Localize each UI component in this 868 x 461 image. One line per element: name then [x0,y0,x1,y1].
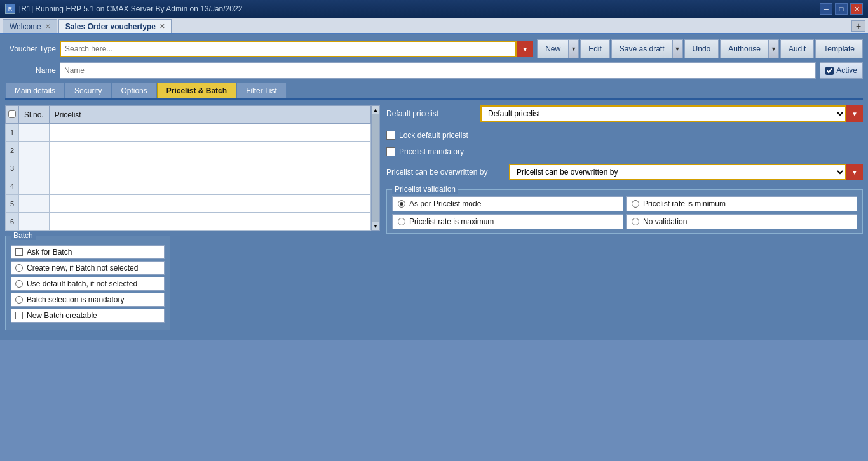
ask-for-batch-checkbox[interactable] [15,248,23,256]
pricelist-cell-1[interactable] [49,124,370,142]
new-button[interactable]: New [537,39,569,58]
maximize-button[interactable]: □ [835,3,848,15]
tab-sales-order-close[interactable]: ✕ [159,23,165,30]
new-batch-creatable-checkbox[interactable] [15,312,23,319]
authorise-dropdown-button[interactable]: ▼ [769,39,779,58]
batch-selection-mandatory-radio[interactable] [15,296,23,304]
overwritten-select[interactable]: Pricelist can be overwritten by [509,164,846,180]
scroll-track[interactable] [371,114,380,222]
tab-pricelist-batch[interactable]: Pricelist & Batch [157,83,236,98]
table-row: 4 [6,177,371,195]
sl-cell-2[interactable] [19,142,50,159]
template-button[interactable]: Template [815,39,863,58]
slno-header: Sl.no. [19,106,50,124]
tab-filter-list[interactable]: Filter List [236,83,287,98]
lock-default-pricelist-label: Lock default pricelist [399,131,468,140]
name-input[interactable] [60,62,816,79]
tab-options-label: Options [121,86,147,95]
lock-default-pricelist-row: Lock default pricelist [386,131,863,140]
validation-option-rate-minimum[interactable]: Pricelist rate is minimum [626,196,857,211]
tab-filter-list-label: Filter List [246,86,277,95]
pricelist-cell-5[interactable] [49,195,370,213]
tab-main-details[interactable]: Main details [5,83,65,98]
tab-sales-order[interactable]: Sales Order vouchertype ✕ [58,19,172,33]
batch-item-use-default[interactable]: Use default batch, if not selected [11,277,165,291]
as-per-mode-radio[interactable] [398,200,405,208]
tab-welcome-close[interactable]: ✕ [45,23,50,30]
tab-pricelist-batch-label: Pricelist & Batch [166,86,227,95]
default-pricelist-row: Default pricelist Default pricelist ▼ [386,105,863,122]
main-toolbar: New ▼ Edit Save as draft ▼ Undo Authoris… [537,39,863,58]
sl-cell-4[interactable] [19,177,50,195]
voucher-type-row: Voucher Type ▼ New ▼ Edit Save as draft … [5,39,863,58]
tab-security[interactable]: Security [65,83,111,98]
lock-default-pricelist-checkbox[interactable] [386,131,395,140]
titlebar-title: [R1] Running ERP 5.1 on CMAX Server By A… [19,4,242,13]
use-default-batch-radio[interactable] [15,280,23,288]
create-new-batch-label: Create new, if Batch not selected [27,264,138,272]
rate-minimum-radio[interactable] [632,200,639,208]
validation-option-as-per-mode[interactable]: As per Pricelist mode [392,196,623,211]
validation-grid: As per Pricelist mode Pricelist rate is … [392,196,857,229]
new-btn-group: New ▼ [537,39,579,58]
audit-button[interactable]: Audit [780,39,814,58]
scroll-up-button[interactable]: ▲ [371,105,380,114]
sl-cell-6[interactable] [19,213,50,230]
no-validation-radio[interactable] [632,218,639,225]
use-default-batch-label: Use default batch, if not selected [27,279,137,288]
add-tab-button[interactable]: + [851,20,865,32]
tab-options[interactable]: Options [111,83,156,98]
pricelist-cell-2[interactable] [49,142,370,159]
batch-item-ask[interactable]: Ask for Batch [11,245,165,259]
sl-cell-3[interactable] [19,159,50,177]
default-pricelist-dropdown-arrow[interactable]: ▼ [846,105,863,122]
edit-button[interactable]: Edit [580,39,610,58]
new-batch-creatable-label: New Batch creatable [27,311,97,320]
undo-button[interactable]: Undo [684,39,719,58]
window-controls: ─ □ ✕ [820,3,863,15]
select-all-checkbox[interactable] [8,110,16,118]
batch-item-new-creatable[interactable]: New Batch creatable [11,309,165,323]
table-wrapper: Sl.no. Pricelist 1 2 [5,105,380,230]
active-label: Active [836,66,857,75]
batch-item-selection-mandatory[interactable]: Batch selection is mandatory [11,293,165,307]
tab-welcome[interactable]: Welcome ✕ [3,19,57,33]
minimize-button[interactable]: ─ [820,3,832,15]
table-row: 1 [6,124,371,142]
row-num-6: 6 [6,213,19,230]
overwritten-dropdown-arrow[interactable]: ▼ [846,164,863,180]
tab-sales-order-label: Sales Order vouchertype [65,22,156,31]
voucher-type-search-input[interactable] [60,41,517,57]
authorise-button[interactable]: Authorise [720,39,769,58]
sl-cell-5[interactable] [19,195,50,213]
voucher-type-dropdown-arrow[interactable]: ▼ [517,41,533,57]
validation-option-no-validation[interactable]: No validation [626,214,857,229]
save-draft-dropdown-button[interactable]: ▼ [673,39,683,58]
row-num-2: 2 [6,142,19,159]
rate-maximum-radio[interactable] [398,218,405,225]
pricelist-validation-group: Pricelist validation As per Pricelist mo… [386,189,863,234]
sl-cell-1[interactable] [19,124,50,142]
table-row: 6 [6,213,371,230]
validation-option-rate-maximum[interactable]: Pricelist rate is maximum [392,214,623,229]
scroll-down-button[interactable]: ▼ [371,222,380,230]
active-checkbox[interactable] [825,67,834,75]
default-pricelist-label: Default pricelist [386,109,475,118]
pricelist-mandatory-checkbox[interactable] [386,147,395,156]
pricelist-cell-6[interactable] [49,213,370,230]
close-button[interactable]: ✕ [850,3,863,15]
pricelist-mandatory-label: Pricelist mandatory [399,147,464,156]
rate-maximum-label: Pricelist rate is maximum [409,217,494,226]
batch-item-create-new[interactable]: Create new, if Batch not selected [11,261,165,275]
new-dropdown-button[interactable]: ▼ [569,39,579,58]
no-validation-label: No validation [643,217,687,226]
save-draft-btn-group: Save as draft ▼ [611,39,683,58]
right-panel: Default pricelist Default pricelist ▼ Lo… [386,105,863,330]
ask-for-batch-label: Ask for Batch [27,248,72,257]
save-as-draft-button[interactable]: Save as draft [611,39,673,58]
default-pricelist-select[interactable]: Default pricelist [480,105,846,122]
as-per-mode-label: As per Pricelist mode [409,199,481,208]
create-new-batch-radio[interactable] [15,264,23,272]
pricelist-cell-4[interactable] [49,177,370,195]
pricelist-cell-3[interactable] [49,159,370,177]
